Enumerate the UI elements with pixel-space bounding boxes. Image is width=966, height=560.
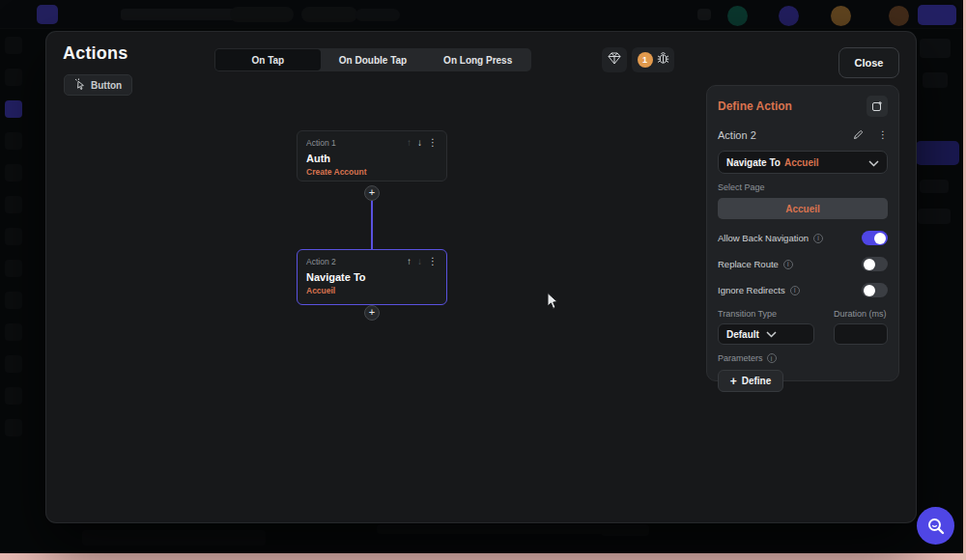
transition-type-label: Transition Type: [718, 309, 814, 319]
move-down-icon[interactable]: ↓: [417, 257, 422, 266]
allow-back-navigation-toggle[interactable]: [862, 231, 888, 245]
replace-route-toggle[interactable]: [862, 257, 888, 271]
duration-input[interactable]: [834, 323, 888, 345]
node-menu-icon[interactable]: ⋮: [428, 138, 438, 148]
toggle-row-ignore-redirects: Ignore Redirectsi: [718, 283, 888, 297]
tab-on-long-press[interactable]: On Long Press: [425, 49, 530, 70]
action-node-1-label: Action 1: [306, 138, 401, 148]
info-icon: i: [783, 260, 793, 269]
transition-type-value: Default: [726, 329, 766, 340]
toggle-row-replace-route: Replace Routei: [718, 257, 888, 271]
panel-title: Define Action: [718, 99, 792, 113]
gem-icon: [608, 51, 621, 69]
mouse-cursor: [547, 293, 560, 314]
bug-icon: [657, 51, 669, 69]
node-menu-icon[interactable]: ⋮: [428, 257, 438, 266]
trigger-tabs: On Tap On Double Tap On Long Press: [214, 48, 531, 71]
debug-warnings-button[interactable]: 1: [632, 47, 674, 72]
replace-route-label: Replace Route: [718, 259, 779, 269]
pointer-click-icon: [74, 78, 85, 92]
action-node-1-type: Auth: [306, 153, 438, 164]
duration-label: Duration (ms): [834, 309, 888, 319]
move-up-icon[interactable]: ↑: [407, 257, 412, 266]
info-icon: i: [767, 353, 777, 363]
toggle-row-allow-back: Allow Back Navigationi: [718, 231, 888, 245]
actions-modal: Actions Button On Tap On Double Tap On L…: [46, 32, 916, 522]
action-type-value: Navigate To: [726, 157, 781, 168]
select-page-label: Select Page: [718, 182, 888, 192]
add-action-button-1[interactable]: +: [364, 185, 380, 201]
action-node-1-subtitle: Create Account: [306, 167, 438, 177]
move-up-icon[interactable]: ↑: [407, 138, 412, 148]
action-node-1[interactable]: Action 1 ↑ ↓ ⋮ Auth Create Account: [297, 130, 447, 182]
copy-plus-icon: [871, 100, 883, 112]
widget-chip-label: Button: [91, 80, 122, 91]
action-type-dropdown[interactable]: Navigate To Accueil: [718, 151, 888, 174]
action-node-2-type: Navigate To: [306, 271, 438, 283]
action-flow-gem-button[interactable]: [602, 47, 627, 72]
selected-page-button[interactable]: Accueil: [718, 198, 888, 219]
search-icon: [926, 517, 946, 536]
action-node-2[interactable]: Action 2 ↑ ↓ ⋮ Navigate To Accueil: [297, 249, 447, 305]
chevron-down-icon: [868, 154, 879, 171]
tab-on-tap[interactable]: On Tap: [215, 49, 321, 70]
flow-connector: [371, 198, 373, 251]
widget-chip-button[interactable]: Button: [64, 74, 132, 96]
panel-menu-icon[interactable]: ⋮: [878, 130, 888, 140]
ignore-redirects-toggle[interactable]: [862, 283, 888, 297]
search-fab[interactable]: [917, 507, 954, 545]
warning-count-badge: 1: [638, 52, 653, 68]
ignore-redirects-label: Ignore Redirects: [718, 285, 785, 295]
action-node-2-subtitle: Accueil: [306, 286, 438, 295]
info-icon: i: [790, 286, 800, 295]
parameters-label: Parametersi: [718, 353, 888, 363]
define-action-panel: Define Action Action 2 ⋮ Navigate To Acc…: [706, 85, 899, 381]
add-action-button-2[interactable]: +: [364, 305, 380, 321]
copy-action-button[interactable]: [867, 96, 888, 117]
action-target-value: Accueil: [784, 157, 868, 168]
panel-action-name: Action 2: [718, 129, 853, 141]
move-down-icon[interactable]: ↓: [417, 138, 422, 148]
action-node-2-label: Action 2: [306, 257, 401, 266]
define-parameters-button[interactable]: + Define: [718, 370, 783, 392]
tab-on-double-tap[interactable]: On Double Tap: [321, 49, 426, 70]
plus-icon: +: [730, 375, 737, 388]
edit-pencil-icon[interactable]: [853, 126, 864, 144]
modal-title: Actions: [63, 43, 128, 64]
close-button[interactable]: Close: [838, 47, 899, 78]
allow-back-navigation-label: Allow Back Navigation: [718, 233, 809, 243]
chevron-down-icon: [766, 329, 806, 340]
info-icon: i: [813, 234, 823, 243]
transition-type-dropdown[interactable]: Default: [718, 323, 814, 345]
